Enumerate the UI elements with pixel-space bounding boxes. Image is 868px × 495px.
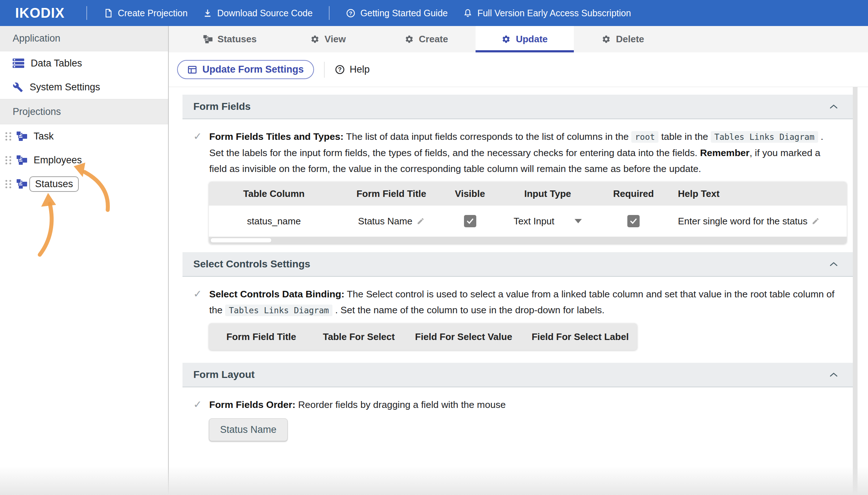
drag-handle-icon[interactable] [5,132,11,141]
form-fields-table-header: Table Column Form Field Title Visible In… [209,182,847,206]
content-area: Statuses View Create Update Delete [169,26,868,495]
column-header-required: Required [599,188,668,199]
form-fields-panel-header[interactable]: Form Fields [182,95,853,119]
select-controls-description: ✓ Select Controls Data Binding: The Sele… [193,286,853,318]
projection-tree-icon [16,132,27,141]
form-layout-panel-header[interactable]: Form Layout [182,363,853,387]
download-icon [203,8,212,18]
app-logo: IKODIX [15,5,65,21]
column-header-field-for-select-label: Field For Select Label [523,331,637,343]
chevron-up-icon [830,262,838,266]
code-chip-root: root [631,131,658,143]
top-navigation-bar: IKODIX Create Projection Download Source… [0,0,868,26]
tree-icon [203,35,212,43]
sidebar-item-system-settings[interactable]: System Settings [0,75,168,99]
question-circle-icon [335,64,345,75]
statuses-selected-box: Statuses [29,176,79,192]
wrench-icon [13,82,23,92]
question-circle-icon [346,8,356,18]
form-settings-icon [187,65,197,75]
edit-pencil-icon[interactable] [812,217,820,225]
column-header-visible: Visible [444,188,496,199]
column-header-input-type: Input Type [496,188,599,199]
tab-update[interactable]: Update [476,26,574,52]
edit-pencil-icon[interactable] [417,217,425,225]
gear-icon [310,35,319,44]
horizontal-scrollbar[interactable] [209,237,847,244]
form-fields-table: Table Column Form Field Title Visible In… [209,182,847,244]
update-form-settings-button[interactable]: Update Form Settings [177,60,314,79]
gear-icon [502,35,511,44]
column-header-form-field-title: Form Field Title [209,331,314,343]
tab-create[interactable]: Create [377,26,476,52]
column-header-field-for-select-value: Field For Select Value [404,331,523,343]
column-header-table-for-select: Table For Select [314,331,404,343]
sidebar: Application Data Tables System Settings … [0,26,169,495]
sidebar-item-statuses[interactable]: Statuses [0,172,168,196]
check-icon: ✓ [193,129,202,145]
panel-title: Select Controls Settings [193,258,310,270]
topbar-divider [329,6,330,20]
checkmark-icon [629,217,637,225]
sidebar-section-projections: Projections [0,99,168,124]
cell-table-column: status_name [209,216,339,227]
column-header-help-text: Help Text [668,188,847,199]
collapse-button[interactable] [830,373,838,377]
drag-handle-icon[interactable] [5,156,11,164]
draggable-field-status-name[interactable]: Status Name [209,418,288,441]
bell-icon [463,8,473,18]
select-controls-table-header: Form Field Title Table For Select Field … [209,323,637,350]
download-source-code-button[interactable]: Download Source Code [203,8,313,18]
form-layout-panel: Form Layout ✓ Form Fields Order: Reorder… [182,363,853,450]
tab-statuses[interactable]: Statuses [181,26,279,52]
table-row: status_name Status Name Text Input [209,206,847,237]
check-icon: ✓ [193,286,202,302]
document-icon [103,8,113,18]
visible-checkbox[interactable] [464,215,476,227]
select-controls-panel: Select Controls Settings ✓ Select Contro… [182,252,853,354]
required-checkbox[interactable] [627,215,640,227]
sidebar-item-employees[interactable]: Employees [0,148,168,172]
subscription-button[interactable]: Full Version Early Access Subscription [463,8,631,18]
chevron-up-icon [830,373,838,377]
drag-handle-icon[interactable] [5,180,11,188]
panel-title: Form Fields [193,101,251,112]
gear-icon [602,35,611,44]
chevron-up-icon [830,104,838,109]
create-projection-button[interactable]: Create Projection [103,8,188,18]
getting-started-guide-button[interactable]: Getting Started Guide [346,8,448,18]
code-chip-tables-links-diagram: Tables Links Diagram [225,305,332,316]
sidebar-item-data-tables[interactable]: Data Tables [0,51,168,75]
sidebar-item-task[interactable]: Task [0,124,168,148]
vertical-scrollbar[interactable] [853,87,858,495]
cell-help-text: Enter single word for the status [678,216,807,227]
dropdown-caret-icon[interactable] [575,219,582,223]
gear-icon [405,35,414,44]
data-tables-icon [13,59,24,68]
tab-bar: Statuses View Create Update Delete [169,26,868,52]
form-fields-panel: Form Fields ✓ Form Fields Titles and Typ… [182,95,853,244]
toolbar-divider [324,62,325,78]
check-icon: ✓ [193,397,202,413]
checkmark-icon [466,217,474,225]
panel-title: Form Layout [193,369,255,380]
collapse-button[interactable] [830,262,838,266]
help-button[interactable]: Help [335,64,370,75]
scrollbar-thumb[interactable] [210,238,272,243]
projection-tree-icon [16,179,27,189]
collapse-button[interactable] [830,104,838,109]
select-controls-panel-header[interactable]: Select Controls Settings [182,252,853,277]
settings-scroll-area: Form Fields ✓ Form Fields Titles and Typ… [169,87,868,495]
tab-view[interactable]: View [279,26,377,52]
form-layout-description: ✓ Form Fields Order: Reorder fields by d… [193,397,853,413]
form-fields-description: ✓ Form Fields Titles and Types: The list… [193,129,853,177]
code-chip-tables-links-diagram: Tables Links Diagram [711,131,818,143]
projection-tree-icon [16,155,27,165]
topbar-divider [86,6,87,20]
cell-input-type: Text Input [514,216,554,227]
tab-delete[interactable]: Delete [574,26,672,52]
sidebar-section-application: Application [0,26,168,51]
cell-form-field-title: Status Name [358,216,412,227]
column-header-table-column: Table Column [209,188,339,199]
column-header-form-field-title: Form Field Title [339,188,444,199]
